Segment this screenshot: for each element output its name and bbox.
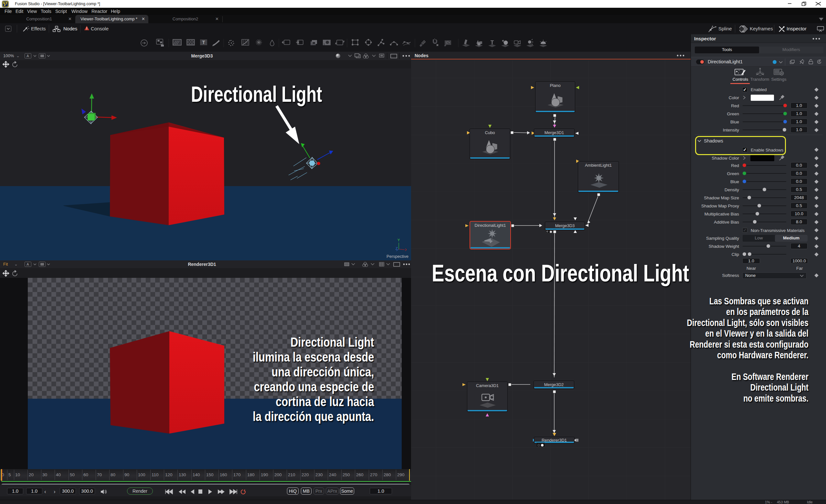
svg-text:X: X	[405, 248, 407, 252]
svg-text:Y: Y	[398, 238, 400, 242]
svg-text:T: T	[490, 40, 494, 46]
svg-text:T: T	[202, 40, 205, 45]
svg-text:Z: Z	[396, 247, 398, 250]
